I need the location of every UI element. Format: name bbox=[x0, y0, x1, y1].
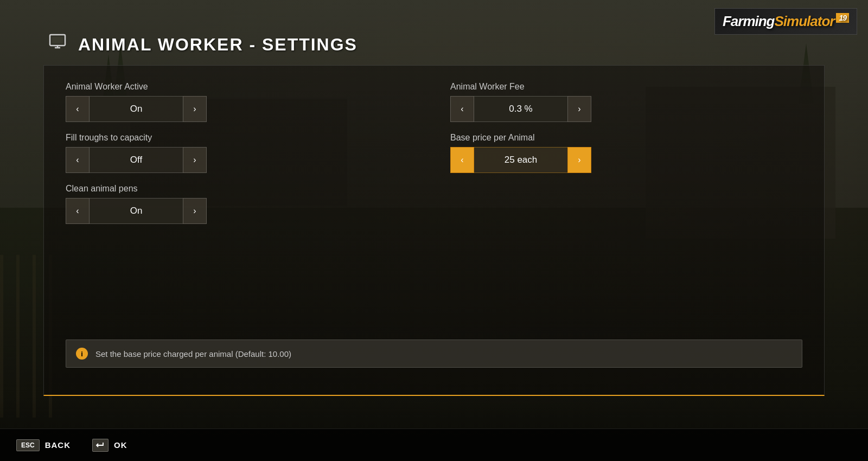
base-price-value: 25 each bbox=[474, 147, 567, 173]
info-bar: i Set the base price charged per animal … bbox=[66, 340, 802, 368]
animal-worker-active-label: Animal Worker Active bbox=[66, 82, 418, 92]
base-price-next[interactable]: › bbox=[567, 147, 591, 173]
base-price-control: ‹ 25 each › bbox=[450, 147, 591, 173]
settings-content: Animal Worker Active ‹ On › Animal Worke… bbox=[66, 82, 802, 224]
fill-troughs-label: Fill troughs to capacity bbox=[66, 133, 418, 143]
logo-farming: Farming bbox=[723, 13, 775, 29]
clean-pens-prev[interactable]: ‹ bbox=[66, 198, 90, 224]
main-panel: ANIMAL WORKER - SETTINGS Animal Worker A… bbox=[43, 33, 825, 428]
logo-text: FarmingSimulator19 bbox=[723, 13, 849, 29]
animal-worker-fee-prev[interactable]: ‹ bbox=[450, 96, 474, 122]
clean-pens-label: Clean animal pens bbox=[66, 184, 418, 194]
settings-container: Animal Worker Active ‹ On › Animal Worke… bbox=[43, 65, 825, 396]
logo-version: 19 bbox=[836, 13, 849, 23]
base-price-label: Base price per Animal bbox=[450, 133, 802, 143]
animal-worker-active-prev[interactable]: ‹ bbox=[66, 96, 90, 122]
fill-troughs-prev[interactable]: ‹ bbox=[66, 147, 90, 173]
page-title: ANIMAL WORKER - SETTINGS bbox=[78, 35, 358, 55]
fill-troughs-next[interactable]: › bbox=[183, 147, 207, 173]
animal-worker-fee-control: ‹ 0.3 % › bbox=[450, 96, 591, 122]
ok-label: OK bbox=[114, 440, 127, 450]
animal-worker-fee-value: 0.3 % bbox=[474, 96, 567, 122]
esc-key: ESC bbox=[16, 439, 40, 451]
animal-worker-active-control: ‹ On › bbox=[66, 96, 207, 122]
animal-worker-fee-label: Animal Worker Fee bbox=[450, 82, 802, 92]
enter-key-icon bbox=[92, 439, 108, 452]
animal-worker-active-value: On bbox=[90, 96, 183, 122]
ok-button[interactable]: OK bbox=[92, 439, 127, 452]
animal-worker-fee-next[interactable]: › bbox=[567, 96, 591, 122]
info-text: Set the base price charged per animal (D… bbox=[95, 349, 291, 358]
setting-fill-troughs: Fill troughs to capacity ‹ Off › bbox=[66, 133, 418, 173]
back-button[interactable]: ESC BACK bbox=[16, 439, 71, 451]
bottom-bar: ESC BACK OK bbox=[0, 428, 868, 461]
setting-base-price: Base price per Animal ‹ 25 each › bbox=[450, 133, 802, 173]
info-icon: i bbox=[76, 348, 88, 360]
setting-clean-pens: Clean animal pens ‹ On › bbox=[66, 184, 418, 224]
settings-grid: Animal Worker Active ‹ On › Animal Worke… bbox=[66, 82, 802, 224]
title-area: ANIMAL WORKER - SETTINGS bbox=[43, 33, 825, 56]
logo-simulator: Simulator bbox=[775, 13, 835, 29]
back-label: BACK bbox=[45, 440, 71, 450]
svg-rect-3 bbox=[52, 37, 63, 43]
animal-worker-active-next[interactable]: › bbox=[183, 96, 207, 122]
settings-icon bbox=[49, 33, 68, 56]
clean-pens-value: On bbox=[90, 198, 183, 224]
fill-troughs-control: ‹ Off › bbox=[66, 147, 207, 173]
clean-pens-control: ‹ On › bbox=[66, 198, 207, 224]
setting-animal-worker-active: Animal Worker Active ‹ On › bbox=[66, 82, 418, 122]
game-logo: FarmingSimulator19 bbox=[714, 8, 857, 35]
setting-animal-worker-fee: Animal Worker Fee ‹ 0.3 % › bbox=[450, 82, 802, 122]
fill-troughs-value: Off bbox=[90, 147, 183, 173]
clean-pens-next[interactable]: › bbox=[183, 198, 207, 224]
base-price-prev[interactable]: ‹ bbox=[450, 147, 474, 173]
